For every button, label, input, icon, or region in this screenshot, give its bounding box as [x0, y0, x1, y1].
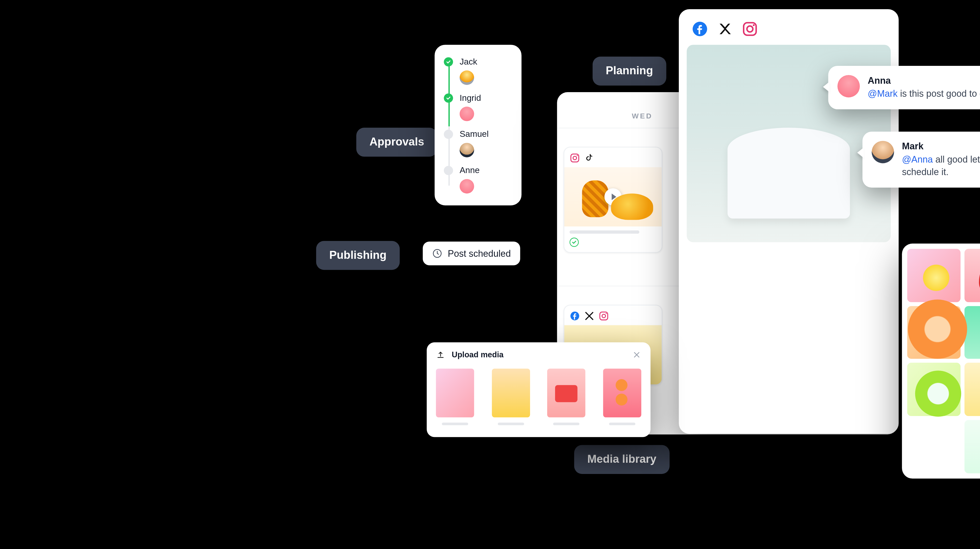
post-thumbnail: [564, 167, 662, 226]
comment-text: @Mark is this post good to go?: [868, 88, 980, 100]
play-icon[interactable]: [605, 188, 621, 205]
comment-author: Mark: [902, 141, 980, 151]
avatar: [460, 143, 474, 158]
clock-icon: [432, 248, 442, 259]
approval-row[interactable]: Jack: [444, 57, 512, 85]
media-item[interactable]: [436, 369, 474, 425]
close-icon[interactable]: [632, 350, 641, 360]
comment-author: Anna: [868, 75, 980, 86]
label-media-library: Media library: [574, 445, 670, 474]
pending-dot-icon: [444, 129, 453, 138]
label-approvals: Approvals: [356, 127, 438, 156]
approvals-card: Jack Ingrid Samuel Anne: [434, 45, 521, 205]
svg-point-14: [747, 26, 752, 32]
mention[interactable]: @Mark: [868, 88, 897, 99]
facebook-icon: [570, 310, 580, 321]
label-publishing: Publishing: [316, 241, 399, 270]
instagram-icon: [598, 310, 609, 321]
media-item[interactable]: [547, 369, 585, 425]
scheduled-post-card[interactable]: [563, 147, 662, 253]
svg-point-7: [606, 313, 607, 314]
gallery-panel: [902, 243, 980, 478]
canvas: Approvals Publishing Planning Media libr…: [302, 0, 980, 549]
comment-bubble[interactable]: Anna @Mark is this post good to go?: [828, 66, 980, 109]
instagram-icon[interactable]: [742, 21, 758, 37]
upload-media-title: Upload media: [452, 350, 625, 360]
approver-name: Anne: [460, 165, 479, 175]
mention[interactable]: @Anna: [902, 154, 933, 165]
instagram-icon: [570, 153, 580, 163]
approval-row[interactable]: Samuel: [444, 129, 512, 158]
avatar: [837, 75, 860, 97]
facebook-icon[interactable]: [692, 21, 708, 37]
approver-name: Ingrid: [460, 93, 481, 103]
approval-row[interactable]: Anne: [444, 165, 512, 194]
gallery-tile[interactable]: [907, 249, 960, 302]
gallery-tile[interactable]: [907, 363, 960, 416]
comment-text: @Anna all good let’s schedule it.: [902, 153, 980, 178]
upload-icon[interactable]: [436, 350, 445, 360]
post-scheduled-chip: Post scheduled: [423, 242, 520, 266]
media-item[interactable]: [603, 369, 641, 425]
svg-point-6: [602, 314, 605, 318]
media-thumbnail: [603, 369, 641, 417]
approved-icon: [570, 238, 579, 247]
check-icon: [444, 57, 453, 66]
x-icon: [584, 310, 594, 321]
tiktok-icon: [584, 153, 594, 163]
comment-bubble[interactable]: Mark @Anna all good let’s schedule it.: [862, 132, 980, 188]
gallery-tile[interactable]: [907, 306, 960, 359]
avatar: [460, 179, 474, 194]
check-icon: [444, 93, 453, 102]
media-library-panel: Upload media: [427, 342, 651, 437]
approval-row[interactable]: Ingrid: [444, 93, 512, 121]
avatar: [460, 107, 474, 121]
label-planning: Planning: [592, 57, 666, 86]
avatar: [460, 70, 474, 85]
status-text: Post scheduled: [448, 248, 511, 259]
svg-point-15: [752, 24, 754, 26]
pending-dot-icon: [444, 165, 453, 175]
avatar: [872, 141, 894, 163]
svg-point-3: [576, 155, 578, 156]
approver-name: Jack: [460, 57, 477, 67]
gallery-tile[interactable]: [964, 363, 980, 416]
media-thumbnail: [492, 369, 530, 417]
media-thumbnail: [547, 369, 585, 417]
x-icon[interactable]: [717, 21, 733, 37]
approver-name: Samuel: [460, 129, 488, 139]
media-thumbnail: [436, 369, 474, 417]
gallery-tile[interactable]: [964, 420, 980, 473]
media-item[interactable]: [492, 369, 530, 425]
svg-point-2: [573, 156, 576, 160]
gallery-tile[interactable]: [964, 249, 980, 302]
